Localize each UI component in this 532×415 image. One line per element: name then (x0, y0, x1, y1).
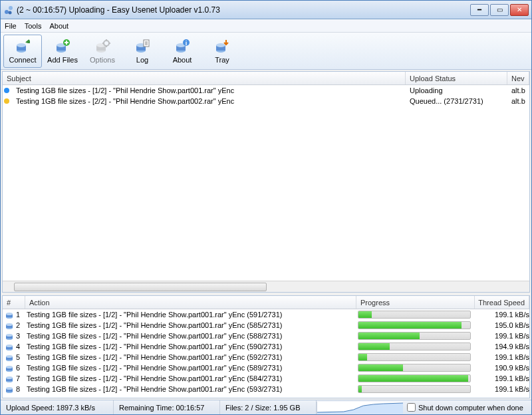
status-speed: Upload Speed: 1897.3 kB/s (1, 400, 114, 414)
svg-text:i: i (186, 40, 188, 47)
svg-point-40 (6, 355, 13, 358)
statusbar: Upload Speed: 1897.3 kB/s Remaining Time… (1, 400, 531, 414)
scroll-thumb[interactable] (14, 283, 267, 291)
about-label: About (173, 56, 192, 64)
thread-row[interactable]: 4Testing 1GB file sizes - [1/2] - "Phil … (3, 341, 529, 352)
col-subject[interactable]: Subject (3, 72, 406, 84)
col-status[interactable]: Upload Status (406, 72, 507, 84)
cell-progress (358, 364, 476, 372)
connect-label: Connect (9, 56, 37, 64)
cell-progress (358, 353, 476, 361)
svg-point-34 (6, 334, 13, 337)
thread-icon (5, 342, 14, 351)
cell-speed: 195.0 kB/s (476, 321, 529, 329)
file-row[interactable]: Testing 1GB file sizes - [2/2] - "Phil H… (3, 96, 529, 106)
thread-row[interactable]: 2Testing 1GB file sizes - [1/2] - "Phil … (3, 320, 529, 331)
cell-progress (358, 343, 476, 350)
col-action[interactable]: Action (25, 296, 356, 309)
cell-action: Testing 1GB file sizes - [1/2] - "Phil H… (27, 311, 358, 319)
cell-num: 5 (16, 353, 27, 361)
status-dot-icon (4, 98, 9, 104)
cell-action: Testing 1GB file sizes - [1/2] - "Phil H… (27, 343, 358, 350)
log-label: Log (136, 56, 148, 64)
thread-icon (5, 363, 14, 372)
cell-status: Queued... (2731/2731) (406, 97, 507, 105)
cell-progress (358, 385, 476, 393)
options-icon (94, 39, 110, 55)
thread-icon (5, 384, 14, 394)
cell-num: 4 (16, 343, 27, 350)
cell-news: alt.b (507, 97, 529, 105)
thread-row[interactable]: 3Testing 1GB file sizes - [1/2] - "Phil … (3, 331, 529, 341)
file-row[interactable]: Testing 1GB file sizes - [1/2] - "Phil H… (3, 85, 529, 96)
addfiles-label: Add Files (47, 56, 78, 64)
thread-row[interactable]: 5Testing 1GB file sizes - [1/2] - "Phil … (3, 352, 529, 362)
cell-news: alt.b (507, 86, 529, 94)
cell-speed: 199.1 kB/s (476, 332, 529, 340)
menubar: File Tools About (1, 19, 531, 33)
threads-pane: # Action Progress Thread Speed 1Testing … (2, 295, 530, 398)
cell-action: Testing 1GB file sizes - [1/2] - "Phil H… (27, 332, 358, 340)
cell-status: Uploading (406, 86, 507, 94)
files-header: Subject Upload Status Nev (3, 72, 529, 85)
cell-num: 7 (16, 374, 27, 382)
menu-about[interactable]: About (49, 22, 68, 30)
shutdown-option[interactable]: Shut down computer when done (403, 403, 527, 412)
cell-progress (358, 332, 476, 340)
log-button[interactable]: Log (123, 35, 162, 68)
maximize-button[interactable]: ▭ (490, 4, 509, 16)
close-button[interactable]: ✕ (510, 4, 529, 16)
files-rows: Testing 1GB file sizes - [1/2] - "Phil H… (3, 85, 529, 281)
h-scrollbar[interactable] (3, 281, 529, 292)
tray-button[interactable]: Tray (203, 35, 241, 68)
menu-file[interactable]: File (5, 22, 17, 30)
col-progress[interactable]: Progress (356, 296, 475, 309)
thread-icon (5, 331, 14, 341)
cell-speed: 199.1 kB/s (476, 385, 529, 393)
cell-action: Testing 1GB file sizes - [1/2] - "Phil H… (27, 364, 358, 372)
addfiles-button[interactable]: Add Files (43, 35, 82, 68)
threads-rows: 1Testing 1GB file sizes - [1/2] - "Phil … (3, 309, 529, 398)
svg-point-2 (9, 11, 12, 14)
titlebar[interactable]: (2 ~ 00:16:57) Uploading - Easy Usenet U… (1, 1, 531, 19)
thread-icon (5, 352, 14, 362)
about-icon: i (174, 39, 190, 55)
cell-speed: 190.9 kB/s (476, 364, 529, 372)
svg-point-28 (6, 313, 13, 315)
svg-point-13 (104, 41, 109, 46)
cell-action: Testing 1GB file sizes - [1/2] - "Phil H… (27, 385, 358, 393)
tray-label: Tray (215, 56, 229, 64)
thread-icon (5, 374, 14, 383)
cell-progress (358, 321, 476, 329)
col-speed[interactable]: Thread Speed (475, 296, 529, 309)
thread-row[interactable]: 8Testing 1GB file sizes - [1/2] - "Phil … (3, 384, 529, 394)
minimize-button[interactable]: ━ (470, 4, 489, 16)
cell-action: Testing 1GB file sizes - [1/2] - "Phil H… (27, 353, 358, 361)
connect-icon (15, 39, 31, 55)
thread-row[interactable]: 1Testing 1GB file sizes - [1/2] - "Phil … (3, 309, 529, 320)
shutdown-checkbox[interactable] (407, 403, 416, 412)
cell-action: Testing 1GB file sizes - [1/2] - "Phil H… (27, 321, 358, 329)
svg-point-37 (6, 345, 13, 347)
cell-num: 1 (16, 311, 27, 319)
col-news[interactable]: Nev (507, 72, 529, 84)
log-icon (134, 39, 150, 55)
menu-tools[interactable]: Tools (25, 22, 42, 30)
status-files: Files: 2 / Size: 1.95 GB (220, 400, 317, 414)
thread-row[interactable]: 6Testing 1GB file sizes - [1/2] - "Phil … (3, 362, 529, 373)
cell-progress (358, 311, 476, 319)
cell-num: 8 (16, 385, 27, 393)
col-num[interactable]: # (3, 296, 25, 309)
cell-speed: 199.1 kB/s (476, 374, 529, 382)
svg-point-49 (6, 387, 13, 390)
app-icon (3, 5, 14, 15)
svg-point-5 (17, 43, 26, 47)
about-button[interactable]: i About (163, 35, 201, 68)
options-button: Options (83, 35, 122, 68)
connect-button[interactable]: Connect (3, 35, 42, 68)
options-label: Options (90, 56, 115, 64)
status-remaining: Remaining Time: 00:16:57 (114, 400, 220, 414)
thread-row[interactable]: 7Testing 1GB file sizes - [1/2] - "Phil … (3, 373, 529, 384)
window-title: (2 ~ 00:16:57) Uploading - Easy Usenet U… (17, 5, 470, 15)
cell-speed: 199.1 kB/s (476, 311, 529, 319)
